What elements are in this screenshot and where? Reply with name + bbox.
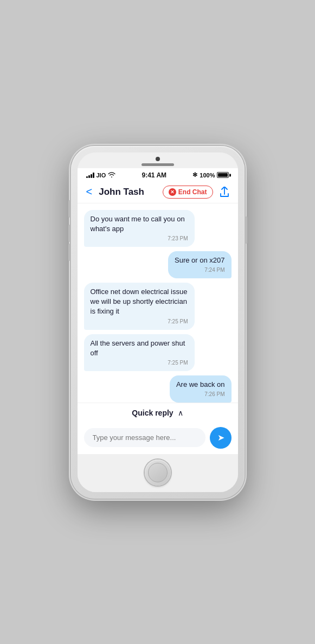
phone-top-notch [78,152,238,168]
home-button[interactable] [145,460,171,486]
message-text: Do you want me to call you on what's app [91,214,188,234]
message-time: 7:26 PM [176,391,225,398]
message-row: Sure or on x207 7:24 PM [84,251,232,278]
message-text: Are we back on [176,380,225,390]
status-bar: JIO 9:41 AM ✻ 100% [78,168,238,181]
message-time: 7:23 PM [91,235,188,243]
chevron-up-icon: ∧ [178,409,183,417]
message-row: Office net down electrical issue we will… [84,283,232,330]
speaker-bar [142,163,174,166]
screen: JIO 9:41 AM ✻ 100% [78,168,238,454]
message-input[interactable] [84,428,205,447]
status-right: ✻ 100% [192,171,229,178]
message-row: Are we back on 7:26 PM [84,375,232,403]
message-row: Do you want me to call you on what's app… [84,210,232,247]
battery-icon [217,172,229,178]
battery-fill [218,173,228,177]
chat-area: Do you want me to call you on what's app… [78,203,238,403]
battery-percent: 100% [200,172,215,178]
input-area: ➤ [78,423,238,454]
send-icon: ➤ [217,432,224,443]
contact-name: John Tash [99,187,158,197]
phone-bottom [78,454,238,492]
message-bubble-outgoing: Are we back on 7:26 PM [170,375,232,403]
status-left: JIO [86,171,116,179]
signal-icon [86,173,94,178]
phone-frame: JIO 9:41 AM ✻ 100% [71,146,245,499]
wifi-icon [108,171,115,179]
home-button-inner [148,463,168,482]
message-row: All the servers and power shut off 7:25 … [84,334,232,371]
message-bubble-outgoing: Sure or on x207 7:24 PM [168,251,232,278]
message-text: All the servers and power shut off [91,339,188,358]
bluetooth-icon: ✻ [192,171,197,178]
message-bubble-incoming: All the servers and power shut off 7:25 … [84,334,195,371]
message-time: 7:25 PM [91,318,188,326]
phone-body: JIO 9:41 AM ✻ 100% [78,152,238,492]
quick-reply-bar[interactable]: Quick reply ∧ [78,403,238,423]
share-icon [220,187,229,197]
send-button[interactable]: ➤ [210,427,232,449]
message-bubble-incoming: Do you want me to call you on what's app… [84,210,195,247]
camera-dot [156,157,160,161]
chat-header: < John Tash ✕ End Chat [78,181,238,203]
end-chat-label: End Chat [178,188,207,196]
back-button[interactable]: < [84,186,95,198]
end-chat-button[interactable]: ✕ End Chat [163,186,213,199]
status-time: 9:41 AM [142,171,167,179]
message-time: 7:25 PM [91,359,188,367]
end-chat-x-icon: ✕ [169,188,176,196]
message-time: 7:24 PM [175,266,225,274]
message-bubble-incoming: Office net down electrical issue we will… [84,283,195,330]
message-text: Office net down electrical issue we will… [91,287,188,317]
quick-reply-label: Quick reply [132,409,173,417]
message-text: Sure or on x207 [175,256,225,265]
share-button[interactable] [217,186,232,199]
carrier-label: JIO [97,172,106,178]
